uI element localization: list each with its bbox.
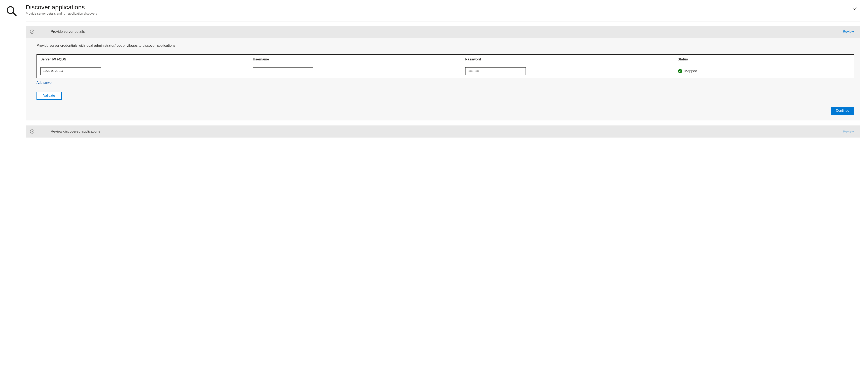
svg-point-2 (30, 30, 34, 34)
step-review-discovered-applications: Review discovered applications Review (26, 125, 860, 137)
step-instruction: Provide server credentials with local ad… (36, 43, 854, 48)
page-subtitle: Provide server details and run applicati… (26, 12, 851, 15)
status-text: Mapped (684, 69, 697, 73)
step-title: Review discovered applications (51, 129, 843, 134)
header-divider (26, 21, 860, 22)
svg-point-3 (678, 69, 682, 73)
page-title: Discover applications (26, 4, 851, 11)
column-header-password: Password (462, 55, 674, 64)
step-provide-server-details: Provide server details Review Provide se… (26, 26, 860, 121)
step-title: Provide server details (51, 30, 843, 34)
step-complete-icon (30, 29, 34, 34)
server-ip-input[interactable] (40, 67, 101, 75)
column-header-username: Username (249, 55, 462, 64)
status-success-icon (678, 69, 682, 73)
step-complete-icon (30, 129, 34, 134)
add-server-link[interactable]: Add server (36, 81, 53, 85)
collapse-chevron-icon[interactable] (851, 4, 860, 10)
server-credentials-table: Server IP/ FQDN Username Password Status (36, 54, 854, 78)
password-input[interactable] (465, 67, 526, 75)
validate-button[interactable]: Validate (36, 92, 62, 100)
step-review-link[interactable]: Review (843, 30, 854, 34)
continue-button[interactable]: Continue (831, 107, 854, 115)
svg-line-1 (13, 13, 16, 16)
step-review-link[interactable]: Review (843, 130, 854, 133)
column-header-status: Status (674, 55, 854, 64)
svg-point-4 (30, 130, 34, 133)
column-header-ip: Server IP/ FQDN (37, 55, 249, 64)
search-icon (6, 4, 26, 17)
table-row: Mapped (37, 64, 854, 78)
username-input[interactable] (253, 67, 313, 75)
svg-point-0 (7, 7, 14, 13)
